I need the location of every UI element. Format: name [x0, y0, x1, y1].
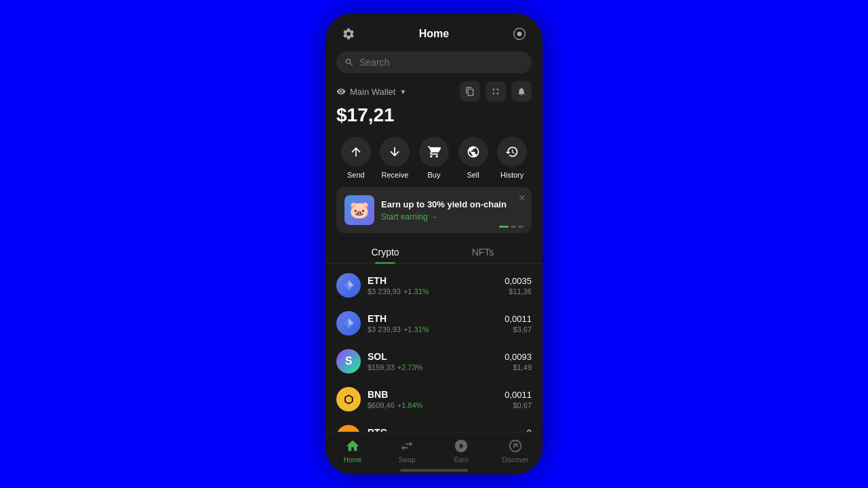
nav-discover[interactable]: Discover: [488, 438, 542, 464]
token-item-bnb[interactable]: ⬡ BNB $609,46 +1.84% 0,0011 $0,67: [336, 380, 532, 418]
banner-text: Earn up to 30% yield on-chain Start earn…: [381, 199, 524, 222]
wallet-section: Main Wallet ▼: [326, 79, 542, 131]
token-icon-eth2: [336, 311, 361, 336]
token-amounts-bnb: 0,0011 $0,67: [505, 390, 532, 409]
copy-button[interactable]: [460, 81, 480, 102]
nav-swap[interactable]: Swap: [380, 438, 434, 464]
token-item-eth1[interactable]: ETH $3 239,93 +1.31% 0,0035 $11,36: [336, 266, 532, 304]
search-bar[interactable]: [336, 52, 532, 73]
token-list: ETH $3 239,93 +1.31% 0,0035 $11,36 ETH $…: [326, 266, 542, 432]
send-icon-btn: [341, 137, 371, 167]
wallet-balance: $17,21: [336, 104, 532, 126]
token-icon-btc: ₿: [336, 425, 361, 432]
expand-button[interactable]: [486, 81, 506, 102]
receive-icon-btn: [380, 137, 410, 167]
token-info-bnb: BNB $609,46 +1.84%: [368, 389, 498, 409]
history-icon-btn: [497, 137, 527, 167]
earn-nav-icon: [453, 438, 469, 454]
token-amounts-sol: 0,0093 $1,49: [505, 352, 532, 371]
cast-icon[interactable]: [510, 24, 529, 43]
token-info-eth2: ETH $3 239,93 +1.31%: [368, 313, 498, 333]
banner-link[interactable]: Start earning →: [381, 212, 524, 222]
bottom-nav: Home Swap Earn Discover: [326, 432, 542, 466]
action-receive[interactable]: Receive: [380, 137, 410, 179]
wallet-actions: [460, 81, 532, 102]
quick-actions: Send Receive Buy Sell: [326, 131, 542, 187]
banner-title: Earn up to 30% yield on-chain: [381, 199, 524, 209]
nav-earn[interactable]: Earn: [434, 438, 488, 464]
home-indicator: [400, 469, 468, 472]
banner-image: 🐷: [344, 195, 374, 225]
token-icon-bnb: ⬡: [336, 387, 361, 411]
eye-icon: [336, 87, 346, 96]
token-amounts-eth1: 0,0035 $11,36: [505, 276, 532, 296]
token-item-sol[interactable]: S SOL $159,33 +2.73% 0,0093 $1,49: [336, 342, 532, 380]
home-nav-icon: [344, 438, 361, 454]
asset-tabs: Crypto NFTs: [326, 241, 542, 264]
token-info-eth1: ETH $3 239,93 +1.31%: [368, 275, 498, 296]
banner-dots: [499, 226, 524, 228]
wallet-label[interactable]: Main Wallet ▼: [336, 87, 406, 97]
token-info-btc: BTC $66 772,76 +0.33%: [368, 427, 506, 432]
tab-crypto[interactable]: Crypto: [336, 241, 434, 263]
buy-icon-btn: [419, 137, 449, 167]
phone-container: Home Main Wallet ▼: [326, 14, 542, 474]
dot-active: [499, 226, 509, 228]
header-title: Home: [419, 28, 449, 40]
nav-home[interactable]: Home: [326, 438, 380, 464]
token-item-eth2[interactable]: ETH $3 239,93 +1.31% 0,0011 $3,67: [336, 304, 532, 342]
swap-nav-icon: [399, 438, 415, 454]
dot-inactive-1: [511, 226, 516, 228]
search-input[interactable]: [359, 57, 524, 68]
dot-inactive-2: [518, 226, 524, 228]
token-amounts-eth2: 0,0011 $3,67: [505, 314, 532, 333]
discover-nav-icon: [507, 438, 524, 454]
search-icon: [344, 58, 354, 67]
banner-close-button[interactable]: ✕: [518, 192, 526, 203]
bell-button[interactable]: [511, 81, 532, 102]
token-info-sol: SOL $159,33 +2.73%: [368, 351, 498, 371]
token-icon-eth1: [336, 273, 361, 298]
svg-point-1: [517, 32, 522, 37]
sell-icon-btn: [458, 137, 488, 167]
header: Home: [326, 14, 542, 49]
tab-nfts[interactable]: NFTs: [434, 241, 532, 263]
action-buy[interactable]: Buy: [419, 137, 449, 179]
action-sell[interactable]: Sell: [458, 137, 488, 179]
settings-icon[interactable]: [339, 24, 358, 43]
token-icon-sol: S: [336, 349, 361, 373]
token-item-btc[interactable]: ₿ BTC $66 772,76 +0.33% 0 $0,00: [336, 418, 532, 432]
action-send[interactable]: Send: [341, 137, 371, 179]
action-history[interactable]: History: [497, 137, 527, 179]
earn-banner: 🐷 Earn up to 30% yield on-chain Start ea…: [336, 187, 532, 233]
